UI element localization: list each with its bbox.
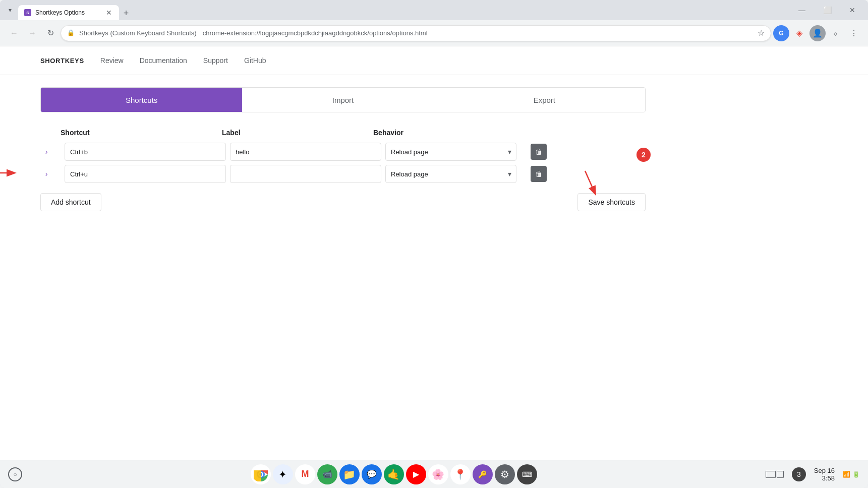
nav-github[interactable]: GitHub [244,56,266,65]
address-site-name: Shortkeys (Custom Keyboard Shortcuts) [79,29,197,37]
action-buttons: Add shortcut [40,193,646,211]
dock-gmail[interactable]: M [295,464,315,484]
address-url: chrome-extension://logpjaacgmcbpdkdchjia… [203,29,754,37]
dock-settings[interactable]: ⚙ [495,464,515,484]
add-shortcut-button[interactable]: Add shortcut [40,193,101,211]
address-bar[interactable]: 🔒 Shortkeys (Custom Keyboard Shortcuts) … [61,25,771,41]
dock-keyboard[interactable]: ⌨ [517,464,537,484]
header-behavior: Behavior [373,129,514,137]
header-shortcut: Shortcut [61,129,222,137]
table-row: › Reload page Go back Go forward 🗑 [40,143,646,161]
annotation-arrow-1 [0,163,20,183]
table-header: Shortcut Label Behavior [40,125,646,141]
screen-icon-1 [766,471,776,478]
dock-photos[interactable]: 🌸 [428,464,448,484]
extensions-icon[interactable]: ⬦ [828,25,844,41]
row-1-container: › Reload page Go back Go forward 🗑 [40,143,646,161]
taskbar-date: Sep 16 [814,467,835,474]
behavior-wrapper-2: Reload page Go back Go forward [385,165,516,183]
nav-icons: G ◈ 👤 ⬦ ⋮ [773,25,862,41]
dock-purple-app[interactable]: 🔑 [473,464,493,484]
multi-display-icon [766,471,784,478]
tab-close-btn[interactable]: ✕ [105,9,113,17]
profile-icon[interactable]: 👤 [809,25,826,41]
expand-btn-1[interactable]: › [40,146,52,158]
nav-documentation[interactable]: Documentation [140,56,187,65]
google-maps-icon[interactable]: ◈ [791,25,807,41]
taskbar-left: ○ [8,467,22,481]
save-shortcuts-button[interactable]: Save shortcuts [577,193,646,211]
page-wrapper: ▾ S Shortkeys Options ✕ + — ⬜ ✕ ← [0,0,868,488]
tab-shortcuts[interactable]: Shortcuts [41,88,242,112]
wifi-icon: 📶 [843,471,850,478]
active-tab[interactable]: S Shortkeys Options ✕ [18,5,119,20]
dock-gemini[interactable]: ✦ [273,464,293,484]
annotation-circle-2: 2 [636,148,651,162]
label-input-2[interactable] [230,165,381,183]
search-icon: ○ [13,471,17,478]
display-icon [766,471,784,478]
tab-dropdown-btn[interactable]: ▾ [4,4,16,16]
page-content: SHORTKEYS Review Documentation Support G… [0,46,868,460]
tab-favicon-text: S [26,11,29,15]
more-options-icon[interactable]: ⋮ [846,25,862,41]
browser-window: ▾ S Shortkeys Options ✕ + — ⬜ ✕ ← [0,0,868,488]
ext-nav: SHORTKEYS Review Documentation Support G… [0,46,868,75]
dock-maps[interactable]: 📍 [450,464,471,484]
close-button[interactable]: ✕ [841,3,864,18]
back-button[interactable]: ← [6,25,22,41]
taskbar: ○ ✦ M [0,460,868,488]
tab-favicon: S [24,9,31,16]
delete-btn-1[interactable]: 🗑 [531,144,547,160]
shortcuts-table: Shortcut Label Behavior › [40,125,646,211]
system-tray: 📶 🔋 [843,471,860,478]
tab-export[interactable]: Export [444,88,645,112]
behavior-wrapper-1: Reload page Go back Go forward [385,143,516,161]
screen-icon-2 [777,471,784,478]
main-area: Shortcuts Import Export Shortcut Label B… [0,75,868,223]
minimize-button[interactable]: — [790,3,814,18]
google-apps-icon[interactable]: G [773,25,789,41]
address-favicon-icon: 🔒 [67,29,75,37]
nav-shortkeys[interactable]: SHORTKEYS [40,57,84,65]
shortcut-input-1[interactable] [65,143,226,161]
behavior-select-2[interactable]: Reload page Go back Go forward [385,165,516,183]
dock-chrome[interactable] [251,464,271,484]
dock-messages[interactable]: 💬 [362,464,382,484]
nav-support[interactable]: Support [203,56,228,65]
nav-bar: ← → ↻ 🔒 Shortkeys (Custom Keyboard Short… [0,20,868,46]
tab-title: Shortkeys Options [35,9,101,16]
title-bar: ▾ S Shortkeys Options ✕ + — ⬜ ✕ [0,0,868,20]
forward-button[interactable]: → [24,25,40,41]
user-avatar[interactable]: 3 [792,467,806,481]
header-label: Label [222,129,373,137]
save-btn-area: 2 Save shortcuts [577,193,646,211]
new-tab-button[interactable]: + [119,6,133,20]
nav-review[interactable]: Review [100,56,124,65]
chrome-icon [254,467,268,481]
table-row: › Reload page Go back Go forward 🗑 [40,165,646,183]
taskbar-right: 3 Sep 16 3:58 📶 🔋 [766,467,860,482]
reload-button[interactable]: ↻ [42,25,59,41]
tab-import[interactable]: Import [242,88,443,112]
dock-hangouts[interactable]: 🤙 [384,464,404,484]
row-2-container: 1 › [40,165,646,183]
bookmark-star-icon[interactable]: ☆ [758,28,765,38]
dock-youtube[interactable]: ▶ [406,464,426,484]
dock-meet[interactable]: 📹 [317,464,337,484]
taskbar-center: ✦ M 📹 📁 💬 🤙 ▶ 🌸 📍 [251,464,537,484]
taskbar-search[interactable]: ○ [8,467,22,481]
expand-btn-2[interactable]: › [40,168,52,180]
tab-buttons: Shortcuts Import Export [40,87,646,112]
window-controls: — ⬜ ✕ [790,3,864,18]
tab-bar: S Shortkeys Options ✕ + [18,0,788,20]
shortcut-input-2[interactable] [65,165,226,183]
date-time: Sep 16 3:58 [814,467,835,482]
dock-files[interactable]: 📁 [339,464,360,484]
title-bar-left: ▾ [4,4,16,16]
delete-btn-2[interactable]: 🗑 [531,166,547,182]
label-input-1[interactable] [230,143,381,161]
maximize-button[interactable]: ⬜ [816,3,839,18]
taskbar-time: 3:58 [822,474,835,482]
behavior-select-1[interactable]: Reload page Go back Go forward [385,143,516,161]
